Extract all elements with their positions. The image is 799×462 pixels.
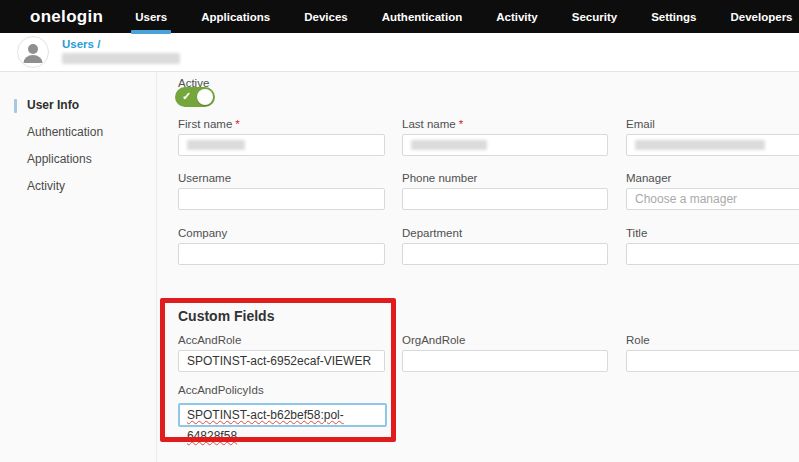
sidebar-item-label: Activity xyxy=(27,179,65,193)
breadcrumb-username-redacted xyxy=(62,53,180,64)
phone-number-input[interactable] xyxy=(402,188,608,210)
sidebar-item-activity[interactable]: Activity xyxy=(0,173,156,200)
required-asterisk: * xyxy=(235,118,239,130)
custom-fields-heading: Custom Fields xyxy=(178,308,274,324)
manager-field-wrap xyxy=(626,188,799,210)
nav-item-security[interactable]: Security xyxy=(570,2,619,32)
email-label: Email xyxy=(626,118,799,130)
sidebar-item-label: Authentication xyxy=(27,125,103,139)
title-input[interactable] xyxy=(626,243,799,265)
phone-number-label: Phone number xyxy=(402,172,608,184)
company-input[interactable] xyxy=(178,243,385,265)
last-name-label: Last name* xyxy=(402,118,608,130)
accandrole-label: AccAndRole xyxy=(178,334,385,346)
nav-item-label: Activity xyxy=(496,11,538,23)
sidebar-item-applications[interactable]: Applications xyxy=(0,146,156,173)
title-label: Title xyxy=(626,227,799,239)
accandrole-input[interactable] xyxy=(178,350,385,372)
phone-number-field-wrap xyxy=(402,188,608,210)
username-label: Username xyxy=(178,172,385,184)
organdrole-label: OrgAndRole xyxy=(402,334,608,346)
role-input[interactable] xyxy=(626,350,799,372)
user-info-form: Active ✓ First name* Last name* Email Us… xyxy=(157,72,799,462)
role-field-wrap xyxy=(626,350,799,372)
username-field-wrap xyxy=(178,188,385,210)
company-field-wrap xyxy=(178,243,385,265)
nav-item-label: Authentication xyxy=(382,11,463,23)
active-tab-indicator xyxy=(131,30,171,34)
first-name-label: First name* xyxy=(178,118,385,130)
nav-item-label: Devices xyxy=(304,11,347,23)
accandpolicyids-field-wrap: SPOTINST-act-b62bef58:pol-64828f58 xyxy=(178,403,387,427)
onelogin-logo: onelogin xyxy=(30,7,103,27)
spellcheck-flagged-value: SPOTINST-act-b62bef58:pol-64828f58 xyxy=(187,408,344,443)
nav-item-label: Security xyxy=(572,11,617,23)
nav-item-authentication[interactable]: Authentication xyxy=(380,2,465,32)
email-field-wrap xyxy=(626,134,799,156)
required-asterisk: * xyxy=(459,118,463,130)
check-icon: ✓ xyxy=(182,90,191,103)
accandrole-field-wrap xyxy=(178,350,385,372)
manager-input[interactable] xyxy=(626,188,799,210)
label-text: First name xyxy=(178,118,232,130)
manager-label: Manager xyxy=(626,172,799,184)
department-label: Department xyxy=(402,227,608,239)
department-input[interactable] xyxy=(402,243,608,265)
nav-menu: Users Applications Devices Authenticatio… xyxy=(133,2,794,32)
sidebar-item-user-info[interactable]: User Info xyxy=(0,92,156,119)
title-field-wrap xyxy=(626,243,799,265)
nav-item-settings[interactable]: Settings xyxy=(649,2,698,32)
organdrole-field-wrap xyxy=(402,350,608,372)
organdrole-input[interactable] xyxy=(402,350,608,372)
sidebar-item-label: User Info xyxy=(27,98,79,112)
nav-item-label: Users xyxy=(135,11,167,23)
breadcrumb-bar: Users / xyxy=(0,33,799,72)
nav-item-users[interactable]: Users xyxy=(133,2,169,32)
company-label: Company xyxy=(178,227,385,239)
user-avatar xyxy=(17,36,49,68)
label-text: Last name xyxy=(402,118,456,130)
nav-item-activity[interactable]: Activity xyxy=(494,2,540,32)
accandpolicyids-input[interactable]: SPOTINST-act-b62bef58:pol-64828f58 xyxy=(178,403,387,427)
nav-item-applications[interactable]: Applications xyxy=(199,2,272,32)
person-icon xyxy=(17,36,49,68)
redacted-value xyxy=(411,140,487,150)
accandpolicyids-label: AccAndPolicyIds xyxy=(178,384,385,396)
first-name-field-wrap xyxy=(178,134,385,156)
role-label: Role xyxy=(626,334,799,346)
nav-item-label: Developers xyxy=(731,11,793,23)
nav-item-label: Applications xyxy=(201,11,270,23)
active-item-indicator xyxy=(14,99,17,113)
redacted-value xyxy=(635,140,765,150)
nav-item-devices[interactable]: Devices xyxy=(302,2,349,32)
active-toggle[interactable]: ✓ xyxy=(175,87,215,107)
sidebar-item-authentication[interactable]: Authentication xyxy=(0,119,156,146)
nav-item-label: Settings xyxy=(651,11,696,23)
username-input[interactable] xyxy=(178,188,385,210)
sidebar: User Info Authentication Applications Ac… xyxy=(0,72,157,462)
sidebar-item-label: Applications xyxy=(27,152,92,166)
nav-item-developers[interactable]: Developers xyxy=(729,2,795,32)
breadcrumb-users-link[interactable]: Users / xyxy=(62,38,100,50)
redacted-value xyxy=(187,140,245,150)
top-nav: onelogin Users Applications Devices Auth… xyxy=(0,0,799,33)
department-field-wrap xyxy=(402,243,608,265)
toggle-knob xyxy=(197,89,213,105)
last-name-field-wrap xyxy=(402,134,608,156)
